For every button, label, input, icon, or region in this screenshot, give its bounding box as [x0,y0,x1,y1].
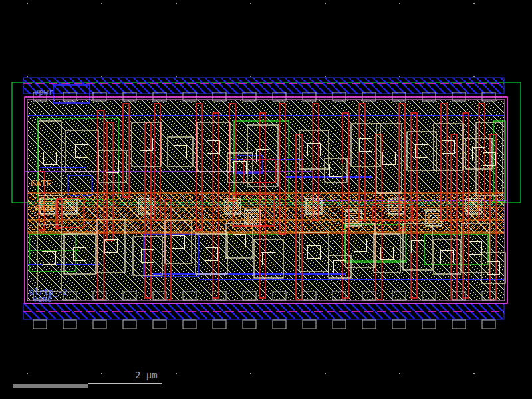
layout-viewer-canvas[interactable]: vpwr GATE GATE dlrtp_-2 vgnd 2 µm [0,0,532,399]
ic-layout-drawing[interactable] [0,0,532,399]
scalebar-hollow-segment [88,383,162,388]
scalebar-solid-segment [13,384,88,388]
